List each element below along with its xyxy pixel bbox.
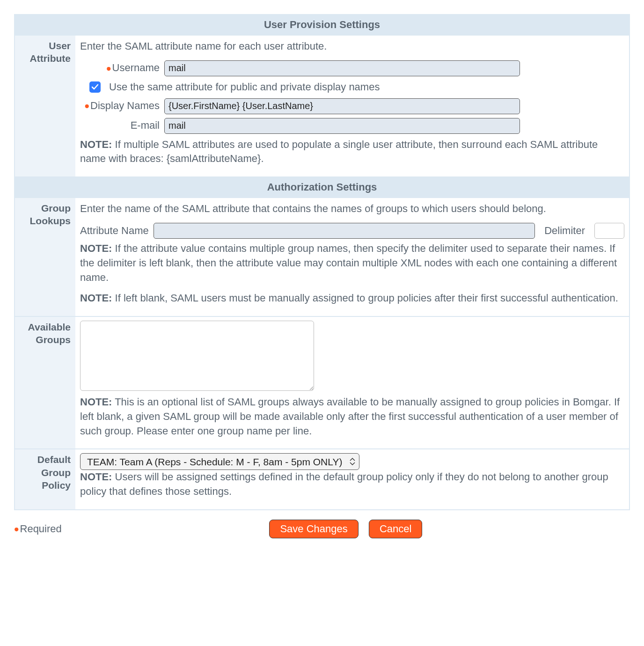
same-display-names-checkbox[interactable] — [89, 81, 101, 93]
row-label-default-group-policy: Default Group Policy — [15, 449, 75, 510]
username-input[interactable] — [164, 60, 520, 76]
attribute-name-label: Attribute Name — [80, 224, 149, 238]
available-groups-note: This is an optional list of SAML groups … — [80, 396, 620, 437]
delimiter-input[interactable] — [594, 223, 624, 239]
row-label-user-attribute: User Attribute — [15, 35, 75, 177]
required-dot-icon: • — [106, 61, 111, 76]
default-group-policy-selected: TEAM: Team A (Reps - Schedule: M - F, 8a… — [87, 455, 342, 469]
default-policy-note: Users will be assigned settings defined … — [80, 471, 608, 497]
default-group-policy-select[interactable]: TEAM: Team A (Reps - Schedule: M - F, 8a… — [80, 453, 359, 470]
group-lookups-note1: If the attribute value contains multiple… — [80, 242, 617, 283]
group-lookups-note2: If left blank, SAML users must be manual… — [115, 292, 618, 304]
save-button[interactable]: Save Changes — [269, 520, 358, 538]
attribute-name-input[interactable] — [154, 223, 535, 239]
user-attribute-intro: Enter the SAML attribute name for each u… — [80, 39, 624, 54]
email-input[interactable] — [164, 118, 520, 134]
row-default-group-policy: Default Group Policy TEAM: Team A (Reps … — [15, 449, 629, 510]
cancel-button[interactable]: Cancel — [369, 520, 422, 538]
required-dot-icon: • — [14, 521, 19, 537]
row-label-group-lookups: Group Lookups — [15, 198, 75, 316]
required-legend: Required — [20, 523, 62, 535]
username-label: Username — [112, 62, 160, 73]
select-caret-icon — [350, 457, 355, 466]
row-group-lookups: Group Lookups Enter the name of the SAML… — [15, 198, 629, 316]
note-prefix: NOTE: — [80, 139, 112, 150]
section-title: Authorization Settings — [15, 177, 629, 198]
section-header-authorization: Authorization Settings — [15, 177, 629, 198]
display-names-label: Display Names — [90, 100, 160, 111]
row-user-attribute: User Attribute Enter the SAML attribute … — [15, 35, 629, 177]
note-prefix: NOTE: — [80, 242, 112, 254]
available-groups-textarea[interactable] — [80, 321, 314, 391]
note-prefix: NOTE: — [80, 471, 112, 483]
note-prefix: NOTE: — [80, 292, 112, 304]
row-label-available-groups: Available Groups — [15, 316, 75, 449]
delimiter-label: Delimiter — [544, 224, 585, 238]
footer: •Required Save Changes Cancel — [14, 510, 630, 538]
settings-table: User Provision Settings User Attribute E… — [14, 14, 630, 510]
email-label: E-mail — [131, 119, 160, 131]
check-icon — [91, 83, 99, 91]
checkbox-label: Use the same attribute for public and pr… — [109, 80, 380, 95]
user-attribute-note: If multiple SAML attributes are used to … — [80, 139, 598, 165]
section-title: User Provision Settings — [15, 15, 629, 35]
note-prefix: NOTE: — [80, 396, 112, 408]
group-lookups-intro: Enter the name of the SAML attribute tha… — [80, 202, 624, 216]
display-names-input[interactable] — [164, 98, 520, 114]
required-dot-icon: • — [85, 98, 90, 114]
row-available-groups: Available Groups NOTE: This is an option… — [15, 316, 629, 449]
section-header-user-provision: User Provision Settings — [15, 15, 629, 35]
